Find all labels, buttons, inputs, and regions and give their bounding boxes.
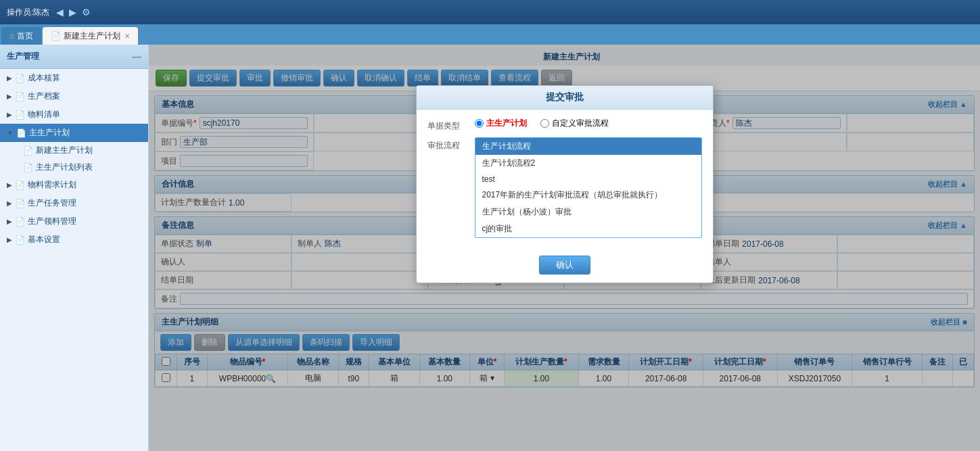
expand-icon: ▶ [7, 236, 12, 243]
nav-back-icon[interactable]: ◀ [56, 7, 64, 18]
sidebar-label: 生产任务管理 [28, 197, 76, 209]
tab-new-plan[interactable]: 📄 新建主生产计划 ✕ [43, 27, 138, 45]
mps-option-label: 主生产计划 [486, 118, 527, 129]
doc-icon: 📄 [15, 181, 25, 190]
tab-home-label: 首页 [17, 30, 33, 42]
sidebar-label: 物料清单 [28, 109, 60, 120]
sidebar-label: 生产档案 [28, 91, 60, 102]
content-area: 新建主生产计划 保存 提交审批 审批 撤销审批 确认 取消确认 结单 取消结单 … [149, 45, 980, 451]
dialog-type-option-mps[interactable]: 主生产计划 [475, 118, 527, 129]
expand-icon: ▶ [7, 74, 12, 82]
doc-icon: 📄 [15, 199, 25, 208]
dialog-type-options: 主生产计划 自定义审批流程 [475, 118, 702, 129]
sidebar: 生产管理 — ▶ 📄 成本核算 ▶ 📄 生产档案 ▶ 📄 物料清单 ▼ 📄 主生… [0, 45, 149, 451]
sidebar-item-settings[interactable]: ▶ 📄 基本设置 [0, 231, 148, 249]
sidebar-label: 物料需求计划 [28, 179, 76, 191]
radio-custom[interactable] [540, 119, 549, 128]
dialog-flow-list: 生产计划流程 生产计划流程2 test 2017年新的生产计划审批流程（胡总审批… [475, 137, 702, 238]
dialog-type-option-custom[interactable]: 自定义审批流程 [540, 118, 609, 129]
home-icon: ⌂ [9, 31, 14, 41]
sidebar-item-cost[interactable]: ▶ 📄 成本核算 [0, 69, 148, 87]
sidebar-collapse-icon[interactable]: — [132, 51, 141, 62]
sidebar-item-archive[interactable]: ▶ 📄 生产档案 [0, 87, 148, 105]
expand-icon: ▼ [7, 129, 14, 137]
dialog-type-row: 单据类型 主生产计划 自定义审批流程 [427, 118, 702, 132]
dialog-title: 提交审批 [417, 86, 713, 110]
doc-icon: 📄 [15, 217, 25, 227]
nav-forward-icon[interactable]: ▶ [69, 7, 76, 18]
sidebar-title: 生产管理 [7, 51, 39, 62]
doc-icon: 📄 [23, 146, 33, 156]
sidebar-item-material[interactable]: ▶ 📄 生产领料管理 [0, 212, 148, 231]
flow-option-3[interactable]: test [475, 172, 701, 187]
tab-bar: ⌂ 首页 📄 新建主生产计划 ✕ [0, 24, 980, 45]
sidebar-label: 基本设置 [28, 234, 60, 245]
expand-icon: ▶ [7, 111, 12, 118]
doc-icon: 📄 [15, 92, 25, 101]
sidebar-sub-mps: 📄 新建主生产计划 📄 主生产计划列表 [0, 142, 148, 176]
radio-mps[interactable] [475, 119, 484, 128]
operator-label: 操作员:陈杰 [7, 7, 49, 18]
flow-option-4[interactable]: 2017年新的生产计划审批流程（胡总审批就执行） [475, 187, 701, 204]
custom-option-label: 自定义审批流程 [552, 118, 609, 129]
main-layout: 生产管理 — ▶ 📄 成本核算 ▶ 📄 生产档案 ▶ 📄 物料清单 ▼ 📄 主生… [0, 45, 980, 451]
expand-icon: ▶ [7, 199, 12, 207]
tab-home[interactable]: ⌂ 首页 [1, 27, 41, 45]
doc-icon: 📄 [51, 31, 61, 41]
flow-option-6[interactable]: cj的审批 [475, 220, 701, 237]
settings-icon[interactable]: ⚙ [82, 7, 91, 18]
dialog-overlay: 提交审批 单据类型 主生产计划 自定义审批流程 [149, 45, 980, 451]
dialog-type-label: 单据类型 [427, 118, 475, 132]
dialog-flow-row: 审批流程 生产计划流程 生产计划流程2 test 2017年新的生产计划审批流程… [427, 137, 702, 238]
sidebar-item-bom[interactable]: ▶ 📄 物料清单 [0, 105, 148, 124]
sidebar-item-mps-list[interactable]: 📄 主生产计划列表 [16, 159, 148, 176]
sidebar-label: 成本核算 [28, 72, 60, 84]
flow-option-1[interactable]: 生产计划流程 [475, 138, 701, 155]
dialog-body: 单据类型 主生产计划 自定义审批流程 [417, 110, 713, 252]
tab-new-plan-label: 新建主生产计划 [64, 30, 120, 42]
dialog-confirm-button[interactable]: 确认 [539, 256, 590, 275]
sidebar-item-mrp[interactable]: ▶ 📄 物料需求计划 [0, 176, 148, 194]
flow-option-2[interactable]: 生产计划流程2 [475, 155, 701, 172]
tab-close-icon[interactable]: ✕ [124, 32, 130, 40]
dialog-flow-label: 审批流程 [427, 137, 475, 151]
doc-icon: 📄 [23, 163, 33, 172]
sidebar-label: 新建主生产计划 [36, 145, 93, 156]
sidebar-label: 主生产计划列表 [36, 162, 93, 173]
dialog-footer: 确认 [417, 252, 713, 283]
sidebar-label: 生产领料管理 [28, 216, 76, 227]
doc-icon: 📄 [15, 235, 25, 245]
sidebar-item-mps[interactable]: ▼ 📄 主生产计划 [0, 124, 148, 142]
doc-icon: 📄 [16, 128, 26, 138]
sidebar-label: 主生产计划 [29, 127, 70, 139]
doc-icon: 📄 [15, 110, 25, 120]
sidebar-item-task[interactable]: ▶ 📄 生产任务管理 [0, 194, 148, 212]
expand-icon: ▶ [7, 93, 12, 100]
submit-dialog: 提交审批 单据类型 主生产计划 自定义审批流程 [416, 85, 714, 283]
expand-icon: ▶ [7, 181, 12, 189]
expand-icon: ▶ [7, 218, 12, 225]
flow-option-5[interactable]: 生产计划（杨小波）审批 [475, 204, 701, 220]
app-header: 操作员:陈杰 ◀ ▶ ⚙ [0, 0, 980, 24]
sidebar-item-new-mps[interactable]: 📄 新建主生产计划 [16, 142, 148, 159]
sidebar-header: 生产管理 — [0, 45, 148, 69]
doc-icon: 📄 [15, 74, 25, 83]
